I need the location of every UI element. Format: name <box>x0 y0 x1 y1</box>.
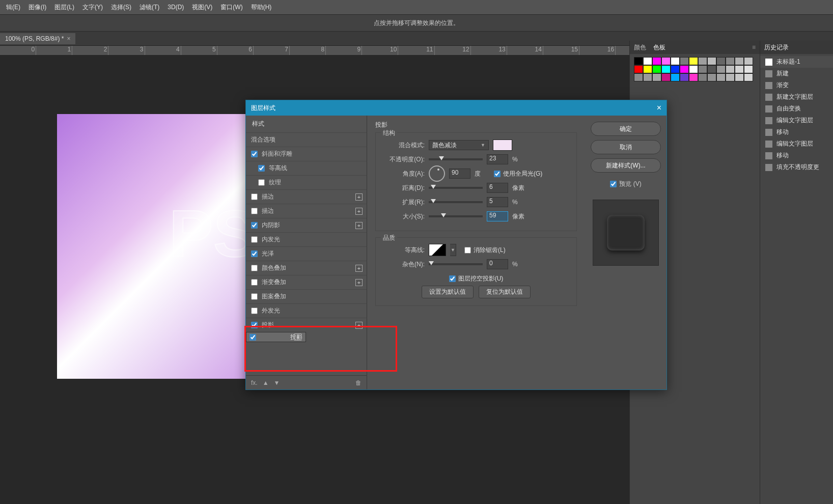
move-up-icon[interactable]: ▲ <box>263 379 269 386</box>
styles-header[interactable]: 样式 <box>246 116 367 132</box>
history-item[interactable]: 编辑文字图层 <box>760 138 833 150</box>
style-checkbox[interactable] <box>251 322 258 328</box>
style-checkbox[interactable] <box>251 279 258 286</box>
style-item[interactable]: 内阴影+ <box>246 218 367 232</box>
document-tab[interactable]: 100% (PS, RGB/8#) * × <box>0 33 75 44</box>
swatch[interactable] <box>652 73 661 81</box>
panel-menu-icon[interactable]: ≡ <box>752 44 756 51</box>
fx-icon[interactable]: fx. <box>251 379 258 386</box>
swatch[interactable] <box>661 65 671 73</box>
style-checkbox[interactable] <box>251 208 258 214</box>
swatch[interactable] <box>689 57 698 65</box>
global-light-checkbox[interactable]: 使用全局光(G) <box>494 170 542 178</box>
history-item[interactable]: 编辑文字图层 <box>760 115 833 126</box>
swatch[interactable] <box>707 57 716 65</box>
swatch[interactable] <box>698 65 707 73</box>
swatch[interactable] <box>716 57 726 65</box>
swatch[interactable] <box>671 73 680 81</box>
swatch[interactable] <box>689 65 698 73</box>
swatch[interactable] <box>726 57 735 65</box>
menu-window[interactable]: 窗口(W) <box>216 3 246 12</box>
preview-cb[interactable] <box>610 181 617 187</box>
menu-view[interactable]: 视图(V) <box>188 3 216 12</box>
swatch[interactable] <box>671 65 680 73</box>
global-light-cb[interactable] <box>494 171 501 177</box>
trash-icon[interactable]: 🗑 <box>355 379 362 386</box>
style-checkbox[interactable] <box>258 179 265 186</box>
style-checkbox[interactable] <box>251 193 258 200</box>
tab-swatch[interactable]: 色板 <box>653 43 665 52</box>
style-item[interactable]: 内发光 <box>246 232 367 246</box>
swatch[interactable] <box>735 73 744 81</box>
menu-text[interactable]: 文字(Y) <box>78 3 107 12</box>
reset-default-button[interactable]: 复位为默认值 <box>479 286 531 298</box>
blend-mode-select[interactable]: 颜色减淡 ▼ <box>429 140 489 150</box>
style-item[interactable]: 渐变叠加+ <box>246 275 367 289</box>
menu-filter[interactable]: 滤镜(T) <box>135 3 163 12</box>
style-checkbox[interactable] <box>251 250 258 257</box>
style-item[interactable]: 描边+ <box>246 189 367 204</box>
swatch[interactable] <box>726 73 735 81</box>
style-item[interactable]: 描边+ <box>246 204 367 218</box>
distance-input[interactable]: 6 <box>487 183 508 193</box>
set-default-button[interactable]: 设置为默认值 <box>422 286 474 298</box>
antialias-checkbox[interactable]: 消除锯齿(L) <box>464 246 506 255</box>
history-item[interactable]: 移动 <box>760 150 833 161</box>
menu-edit[interactable]: 辑(E) <box>2 3 24 12</box>
style-item[interactable]: 颜色叠加+ <box>246 261 367 275</box>
spread-input[interactable]: 5 <box>487 197 508 207</box>
swatch[interactable] <box>643 73 652 81</box>
add-effect-icon[interactable]: + <box>355 265 363 272</box>
move-down-icon[interactable]: ▼ <box>274 379 280 386</box>
swatch[interactable] <box>716 73 726 81</box>
size-input[interactable]: 59 <box>487 211 508 221</box>
swatch[interactable] <box>634 65 643 73</box>
noise-input[interactable]: 0 <box>487 259 508 269</box>
history-item[interactable]: 填充不透明度更 <box>760 161 833 173</box>
style-item[interactable]: 斜面和浮雕 <box>246 147 367 161</box>
knockout-cb[interactable] <box>449 275 456 282</box>
style-item[interactable]: 光泽 <box>246 246 367 261</box>
style-item[interactable]: 外发光 <box>246 303 367 318</box>
opacity-input[interactable]: 23 <box>487 154 508 164</box>
style-item[interactable]: 等高线 <box>246 161 367 175</box>
style-checkbox[interactable] <box>251 151 258 157</box>
contour-dropdown-icon[interactable]: ▼ <box>450 244 456 256</box>
tab-history[interactable]: 历史记录 <box>764 43 789 52</box>
style-checkbox[interactable] <box>251 222 258 229</box>
style-checkbox[interactable] <box>251 265 258 271</box>
menu-select[interactable]: 选择(S) <box>107 3 135 12</box>
noise-slider[interactable] <box>429 263 483 265</box>
spread-slider[interactable] <box>429 201 483 203</box>
swatch[interactable] <box>744 73 753 81</box>
swatch[interactable] <box>744 65 753 73</box>
opacity-slider[interactable] <box>429 158 483 160</box>
menu-image[interactable]: 图像(I) <box>24 3 50 12</box>
swatch[interactable] <box>707 65 716 73</box>
history-item[interactable]: 自由变换 <box>760 103 833 115</box>
add-effect-icon[interactable]: + <box>294 333 301 341</box>
swatch[interactable] <box>707 73 716 81</box>
antialias-cb[interactable] <box>464 247 471 254</box>
contour-picker[interactable] <box>429 244 446 256</box>
dialog-titlebar[interactable]: 图层样式 × <box>246 100 667 116</box>
style-checkbox[interactable] <box>251 236 258 243</box>
swatch[interactable] <box>680 73 689 81</box>
preview-checkbox[interactable]: 预览 (V) <box>610 180 641 188</box>
swatch[interactable] <box>634 57 643 65</box>
knockout-checkbox[interactable]: 图层挖空投影(U) <box>449 274 504 283</box>
swatch[interactable] <box>726 65 735 73</box>
angle-dial[interactable] <box>429 165 445 182</box>
add-effect-icon[interactable]: + <box>355 322 363 329</box>
history-item[interactable]: 新建文字图层 <box>760 91 833 103</box>
style-item[interactable]: 投影+ <box>246 318 367 332</box>
swatch[interactable] <box>735 65 744 73</box>
swatch[interactable] <box>744 57 753 65</box>
shadow-color-chip[interactable] <box>493 139 512 151</box>
swatch[interactable] <box>735 57 744 65</box>
style-item[interactable]: 图案叠加 <box>246 289 367 303</box>
swatch[interactable] <box>680 57 689 65</box>
ok-button[interactable]: 确定 <box>591 122 661 136</box>
swatch[interactable] <box>716 65 726 73</box>
swatch[interactable] <box>680 65 689 73</box>
